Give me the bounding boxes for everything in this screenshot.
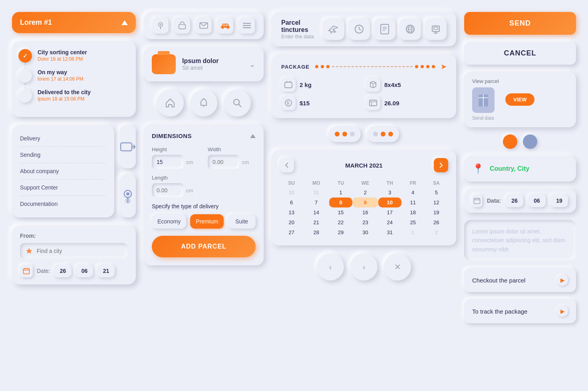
- mail-bar-icon[interactable]: [196, 18, 212, 34]
- svg-rect-57: [474, 198, 480, 204]
- cal-day[interactable]: 30: [352, 227, 378, 237]
- cal-day[interactable]: 31: [378, 227, 401, 237]
- data-d2[interactable]: 06: [528, 194, 546, 207]
- height-input[interactable]: [152, 155, 184, 169]
- send-data-label: Send data: [472, 115, 499, 121]
- nav-about[interactable]: About company: [20, 163, 106, 180]
- width-input[interactable]: [208, 155, 240, 169]
- toggle-pill-1[interactable]: [329, 126, 361, 142]
- clock-icon-btn[interactable]: [348, 18, 370, 40]
- length-input[interactable]: [152, 183, 184, 197]
- cal-day[interactable]: 28: [303, 227, 329, 237]
- chevron-down-icon[interactable]: ⌄: [249, 59, 256, 69]
- dim-title: DIMENSIONS: [152, 132, 192, 139]
- cal-day[interactable]: 3: [378, 188, 401, 197]
- scale-icon-btn[interactable]: [425, 18, 447, 40]
- next-arrow-btn[interactable]: ›: [350, 253, 377, 280]
- prev-arrow-btn[interactable]: ‹: [317, 253, 344, 280]
- document-icon-btn[interactable]: [374, 18, 395, 40]
- cal-day[interactable]: 2: [352, 188, 378, 197]
- cal-day-10[interactable]: 10: [378, 197, 401, 207]
- dot-orange: [335, 132, 340, 136]
- nav-sending[interactable]: Sending: [20, 147, 106, 163]
- cal-day[interactable]: 26: [425, 217, 448, 227]
- cal-day[interactable]: 15: [329, 207, 352, 217]
- timeline-title-1: City sorting center: [38, 49, 87, 55]
- cal-day[interactable]: 19: [425, 207, 448, 217]
- track-menu-item[interactable]: To track the package ▶: [464, 299, 576, 323]
- location-icon-card[interactable]: [120, 174, 136, 217]
- cal-day[interactable]: 29: [329, 227, 352, 237]
- bag-bar-icon[interactable]: [174, 18, 190, 34]
- checkout-menu-item[interactable]: Checkout the parcel ▶: [464, 268, 576, 292]
- cal-day[interactable]: 22: [329, 217, 352, 227]
- cal-day[interactable]: 23: [352, 217, 378, 227]
- cal-day[interactable]: 5: [425, 188, 448, 197]
- cal-day[interactable]: 17: [378, 207, 401, 217]
- city-input[interactable]: [20, 243, 128, 259]
- plane-icon-btn[interactable]: [323, 18, 344, 40]
- cal-day[interactable]: 21: [303, 217, 329, 227]
- cal-day-8[interactable]: 8: [329, 197, 352, 207]
- cal-day[interactable]: 14: [303, 207, 329, 217]
- cal-day[interactable]: 16: [352, 207, 378, 217]
- width-unit: cm: [242, 159, 249, 165]
- suite-option[interactable]: Suite: [228, 214, 256, 229]
- nav-docs[interactable]: Documentation: [20, 196, 106, 212]
- nav-support[interactable]: Support Center: [20, 180, 106, 196]
- cal-day[interactable]: 13: [280, 207, 303, 217]
- text-area[interactable]: Lorem ipsum dolor sit amet, consectetuer…: [464, 220, 576, 261]
- cancel-button[interactable]: CANCEL: [464, 42, 576, 65]
- cal-day[interactable]: 11: [401, 197, 425, 207]
- cal-th-sa: SA: [425, 179, 448, 188]
- cal-day[interactable]: 1: [401, 227, 425, 237]
- height-label: Height: [152, 146, 200, 152]
- cal-day[interactable]: 20: [280, 217, 303, 227]
- economy-option[interactable]: Economy: [152, 214, 186, 229]
- calendar-icon: [20, 265, 33, 277]
- cal-next-btn[interactable]: [434, 158, 448, 172]
- cal-day[interactable]: 1: [329, 188, 352, 197]
- cal-day[interactable]: 18: [401, 207, 425, 217]
- toggle-pill-2[interactable]: [367, 126, 399, 142]
- location-bar-icon[interactable]: [153, 18, 169, 34]
- bell-icon-btn[interactable]: [190, 89, 217, 117]
- date-day[interactable]: 26: [54, 265, 72, 277]
- svg-line-47: [373, 83, 376, 84]
- cal-day[interactable]: 7: [303, 197, 329, 207]
- cal-prev-btn[interactable]: [280, 158, 294, 172]
- home-icon-btn[interactable]: [157, 89, 184, 117]
- arrow-icon-card[interactable]: [120, 125, 136, 168]
- from-label: From:: [20, 233, 128, 239]
- city-text-input[interactable]: [37, 248, 122, 254]
- data-row-card: Data: 26 06 19: [464, 189, 576, 213]
- cal-day[interactable]: 30: [280, 188, 303, 197]
- car-bar-icon[interactable]: [217, 18, 233, 34]
- search-icon-btn[interactable]: [224, 89, 251, 117]
- data-d1[interactable]: 26: [506, 194, 523, 207]
- cal-day[interactable]: 12: [425, 197, 448, 207]
- premium-option[interactable]: Premium: [190, 214, 224, 229]
- cal-day[interactable]: 25: [401, 217, 425, 227]
- cal-day[interactable]: 4: [401, 188, 425, 197]
- cal-day[interactable]: 24: [378, 217, 401, 227]
- cal-day[interactable]: 31: [303, 188, 329, 197]
- date-month[interactable]: 06: [75, 265, 93, 277]
- blue-dot[interactable]: [523, 134, 537, 149]
- add-parcel-button[interactable]: ADD PARCEL: [152, 236, 256, 257]
- cal-day[interactable]: 2: [425, 227, 448, 237]
- date-year[interactable]: 21: [97, 265, 115, 277]
- cal-day-9[interactable]: 9: [352, 197, 378, 207]
- view-button[interactable]: VIEW: [505, 93, 534, 106]
- close-arrow-btn[interactable]: ✕: [384, 253, 411, 280]
- cal-th-tu: TU: [329, 179, 352, 188]
- nav-delivery[interactable]: Delivery: [20, 130, 106, 147]
- menu-bar-icon[interactable]: [239, 18, 255, 34]
- globe-icon-btn[interactable]: [399, 18, 421, 40]
- parcel-item-card: Ipsum dolor Sit amet ⌄: [144, 47, 264, 81]
- cal-day[interactable]: 27: [280, 227, 303, 237]
- orange-dot[interactable]: [503, 134, 517, 149]
- cal-day[interactable]: 6: [280, 197, 303, 207]
- send-button[interactable]: SEND: [464, 12, 576, 35]
- data-d3[interactable]: 19: [550, 194, 568, 207]
